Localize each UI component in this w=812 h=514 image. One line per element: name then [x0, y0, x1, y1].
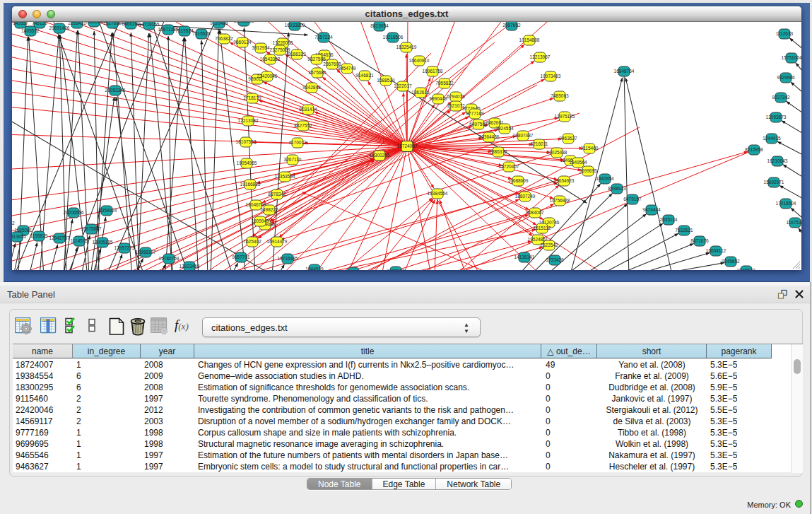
svg-text:20206556: 20206556 — [64, 210, 84, 215]
svg-text:9245612: 9245612 — [737, 268, 755, 270]
svg-text:18325419: 18325419 — [396, 45, 417, 49]
svg-text:29053346: 29053346 — [105, 88, 126, 93]
svg-text:2522542: 2522542 — [540, 243, 558, 247]
svg-text:1733426: 1733426 — [546, 257, 564, 262]
svg-text:12923468: 12923468 — [180, 264, 200, 269]
svg-text:1405572: 1405572 — [21, 28, 40, 33]
svg-text:9242848: 9242848 — [302, 85, 321, 90]
svg-text:1609949: 1609949 — [251, 218, 269, 223]
svg-text:12942737: 12942737 — [49, 235, 70, 240]
svg-text:12975125: 12975125 — [555, 114, 575, 119]
svg-text:16033809: 16033809 — [285, 23, 305, 28]
svg-text:8031414: 8031414 — [299, 107, 317, 112]
svg-text:9699695: 9699695 — [579, 168, 597, 173]
svg-text:1112633: 1112633 — [776, 31, 794, 36]
svg-text:140557: 140557 — [13, 22, 28, 25]
svg-text:9227342: 9227342 — [772, 95, 790, 100]
svg-text:1362615: 1362615 — [411, 90, 430, 95]
svg-text:9327505: 9327505 — [307, 57, 326, 62]
svg-text:1244415: 1244415 — [763, 136, 781, 141]
svg-text:1044519: 1044519 — [305, 267, 324, 270]
svg-text:1156829: 1156829 — [30, 233, 48, 238]
svg-text:7955822: 7955822 — [435, 81, 454, 86]
svg-text:10688609: 10688609 — [508, 178, 529, 183]
svg-text:8215958: 8215958 — [745, 147, 763, 152]
svg-text:9146821: 9146821 — [355, 73, 374, 78]
svg-text:1440954: 1440954 — [596, 176, 614, 181]
svg-text:10154808: 10154808 — [519, 37, 540, 42]
svg-text:9990448: 9990448 — [429, 96, 447, 101]
svg-text:7663822: 7663822 — [215, 36, 233, 41]
svg-text:10756928: 10756928 — [550, 198, 570, 203]
svg-text:1849564: 1849564 — [569, 160, 587, 165]
svg-text:10654112: 10654112 — [706, 248, 726, 253]
svg-text:1114519: 1114519 — [71, 238, 88, 243]
svg-text:3575685: 3575685 — [308, 70, 326, 75]
svg-text:16046798: 16046798 — [246, 202, 266, 207]
svg-text:18107553: 18107553 — [236, 139, 257, 144]
svg-text:19218506: 19218506 — [383, 35, 404, 40]
svg-text:23420046: 23420046 — [257, 74, 278, 78]
svg-text:7357224: 7357224 — [314, 35, 333, 40]
svg-text:10807487: 10807487 — [513, 133, 534, 138]
svg-text:6466160: 6466160 — [122, 22, 140, 26]
svg-text:19166825: 19166825 — [240, 182, 261, 187]
svg-text:16782759: 16782759 — [159, 256, 180, 261]
svg-text:1322017: 1322017 — [394, 83, 412, 88]
svg-text:10958107: 10958107 — [136, 250, 156, 255]
svg-text:16033801: 16033801 — [234, 22, 254, 23]
svg-text:9245652: 9245652 — [722, 259, 740, 264]
svg-text:8454749: 8454749 — [338, 66, 356, 71]
svg-text:10719155: 10719155 — [139, 22, 160, 27]
svg-text:16210643: 16210643 — [767, 158, 788, 163]
svg-text:18724007: 18724007 — [397, 144, 418, 148]
svg-text:8813054: 8813054 — [370, 23, 389, 28]
svg-text:17016504: 17016504 — [776, 201, 796, 206]
svg-text:16961758: 16961758 — [423, 69, 443, 74]
svg-text:16543362: 16543362 — [260, 57, 281, 62]
svg-text:4170012: 4170012 — [288, 140, 307, 145]
svg-text:12905135: 12905135 — [93, 240, 113, 245]
svg-text:1615112: 1615112 — [534, 226, 551, 230]
svg-text:17957273: 17957273 — [114, 245, 135, 250]
svg-text:9329966: 9329966 — [777, 75, 795, 80]
svg-text:14136141: 14136141 — [514, 255, 535, 259]
svg-text:9465546: 9465546 — [344, 269, 363, 270]
svg-text:6794078: 6794078 — [447, 94, 465, 99]
svg-text:10975867: 10975867 — [81, 226, 102, 231]
svg-text:10025438: 10025438 — [547, 150, 567, 155]
svg-text:20364436: 20364436 — [479, 134, 500, 139]
svg-text:3912954: 3912954 — [252, 45, 270, 50]
svg-text:9657791: 9657791 — [232, 255, 250, 259]
svg-text:9463627: 9463627 — [387, 269, 405, 270]
svg-text:12213967: 12213967 — [530, 54, 551, 59]
svg-text:12093873: 12093873 — [766, 115, 787, 119]
svg-text:17359924: 17359924 — [97, 208, 117, 213]
svg-text:15716485: 15716485 — [278, 256, 298, 261]
svg-text:6479197: 6479197 — [623, 197, 642, 201]
svg-text:16640910: 16640910 — [409, 58, 430, 63]
svg-text:18300295: 18300295 — [370, 153, 390, 158]
svg-text:1167533: 1167533 — [787, 220, 801, 225]
svg-text:9463627: 9463627 — [559, 136, 577, 141]
svg-text:15751024: 15751024 — [782, 55, 801, 60]
svg-text:13353594: 13353594 — [275, 174, 295, 179]
svg-text:19054955: 19054955 — [237, 160, 257, 165]
svg-text:6216011: 6216011 — [531, 141, 548, 146]
svg-text:16848764: 16848764 — [614, 69, 635, 74]
svg-text:15720407: 15720407 — [499, 164, 519, 169]
svg-text:8938923: 8938923 — [608, 186, 626, 191]
svg-text:9084067: 9084067 — [526, 210, 544, 215]
svg-text:7886372: 7886372 — [489, 149, 507, 154]
svg-text:8878342: 8878342 — [268, 192, 286, 197]
svg-text:12213382: 12213382 — [238, 118, 259, 123]
svg-text:9777169: 9777169 — [466, 111, 484, 116]
svg-text:9660124: 9660124 — [233, 40, 252, 45]
svg-text:9115460: 9115460 — [581, 146, 599, 151]
svg-text:7625402: 7625402 — [243, 239, 261, 244]
svg-text:2087652: 2087652 — [502, 23, 521, 28]
svg-text:8186323: 8186323 — [288, 52, 306, 57]
svg-text:7515524: 7515524 — [175, 28, 194, 33]
svg-text:7485063: 7485063 — [551, 93, 569, 98]
svg-text:3267110: 3267110 — [284, 157, 302, 162]
